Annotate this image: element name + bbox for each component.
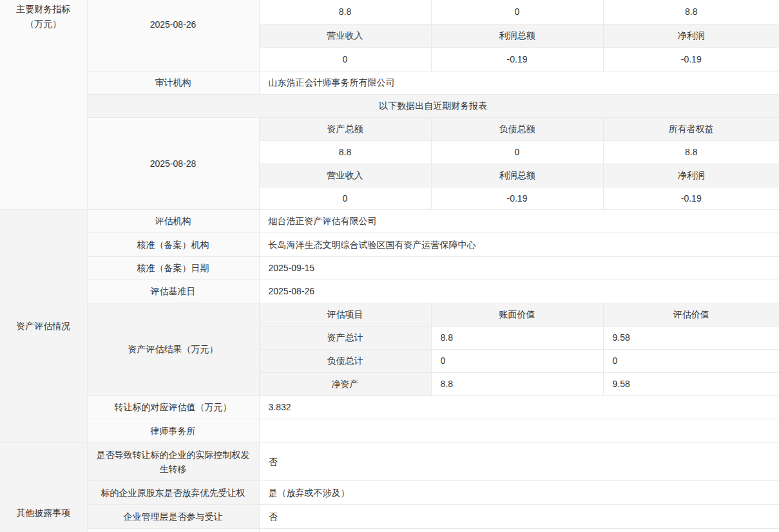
section-label-other-disclosure: 其他披露事项 — [0, 442, 87, 532]
row-label-transfer-appraised-value: 转让标的对应评估值（万元） — [87, 395, 259, 419]
value-total-profit-1: -0.19 — [431, 47, 603, 71]
item-total-assets: 资产总计 — [259, 326, 431, 349]
value-audit-agency: 山东浩正会计师事务所有限公司 — [259, 71, 779, 94]
value-equity-1: 8.8 — [603, 0, 779, 24]
appraised-value-net-assets: 9.58 — [603, 372, 779, 395]
value-assets-2: 8.8 — [259, 140, 431, 164]
value-total-profit-2: -0.19 — [431, 187, 603, 209]
value-approval-date: 2025-09-15 — [259, 256, 779, 280]
value-management-participate: 否 — [259, 504, 779, 528]
header-appraised-value: 评估价值 — [603, 303, 779, 326]
row-label-clipped — [87, 528, 259, 532]
row-label-waive-preemptive-right: 标的企业原股东是否放弃优先受让权 — [87, 480, 259, 504]
header-total-profit-1: 利润总额 — [431, 24, 603, 47]
header-equity-2: 所有者权益 — [603, 117, 779, 140]
value-revenue-1: 0 — [259, 47, 431, 71]
row-label-law-firm: 律师事务所 — [87, 419, 259, 442]
table-row: 核准（备案）机构 长岛海洋生态文明综合试验区国有资产运营保障中心 — [0, 233, 779, 256]
value-liabilities-1: 0 — [431, 0, 603, 24]
section-label-financial-line1: 主要财务指标 — [0, 2, 87, 17]
table-row: 转让标的对应评估值（万元） 3.832 — [0, 395, 779, 419]
row-label-management-participate: 企业管理层是否参与受让 — [87, 504, 259, 528]
header-book-value: 账面价值 — [431, 303, 603, 326]
section-label-valuation: 资产评估情况 — [0, 209, 87, 442]
row-label-control-transfer: 是否导致转让标的企业的实际控制权发生转移 — [87, 442, 259, 480]
value-net-profit-2: -0.19 — [603, 187, 779, 209]
value-assets-1: 8.8 — [259, 0, 431, 24]
table-row: 资产评估情况 评估机构 烟台浩正资产评估有限公司 — [0, 209, 779, 233]
table-row: 标的企业原股东是否放弃优先受让权 是（放弃或不涉及） — [0, 480, 779, 504]
header-revenue-2: 营业收入 — [259, 164, 431, 187]
table-row: 资产评估结果（万元） 评估项目 账面价值 评估价值 — [0, 303, 779, 326]
table-row: 核准（备案）日期 2025-09-15 — [0, 256, 779, 280]
value-waive-preemptive-right: 是（放弃或不涉及） — [259, 480, 779, 504]
table-row: 主要财务指标 （万元） 2025-08-26 8.8 0 8.8 — [0, 0, 779, 24]
value-approval-agency: 长岛海洋生态文明综合试验区国有资产运营保障中心 — [259, 233, 779, 256]
book-value-net-assets: 8.8 — [431, 372, 603, 395]
value-liabilities-2: 0 — [431, 140, 603, 164]
row-label-report-date-2: 2025-08-28 — [87, 117, 259, 209]
table-row: 律师事务所 — [0, 419, 779, 442]
appraised-value-total-assets: 9.58 — [603, 326, 779, 349]
table-row: 评估基准日 2025-08-26 — [0, 280, 779, 303]
value-revenue-2: 0 — [259, 187, 431, 209]
value-valuation-agency: 烟台浩正资产评估有限公司 — [259, 209, 779, 233]
item-net-assets: 净资产 — [259, 372, 431, 395]
header-assets-2: 资产总额 — [259, 117, 431, 140]
header-valuation-item: 评估项目 — [259, 303, 431, 326]
row-label-valuation-base-date: 评估基准日 — [87, 280, 259, 303]
value-transfer-appraised-value: 3.832 — [259, 395, 779, 419]
header-revenue-1: 营业收入 — [259, 24, 431, 47]
value-clipped — [259, 528, 779, 532]
row-label-approval-date: 核准（备案）日期 — [87, 256, 259, 280]
row-label-valuation-agency: 评估机构 — [87, 209, 259, 233]
value-law-firm — [259, 419, 779, 442]
book-value-total-liabilities: 0 — [431, 349, 603, 372]
table-row-clipped — [0, 528, 779, 532]
section-label-financial-line2: （万元） — [0, 17, 87, 32]
value-net-profit-1: -0.19 — [603, 47, 779, 71]
header-net-profit-2: 净利润 — [603, 164, 779, 187]
disclosure-page: 主要财务指标 （万元） 2025-08-26 8.8 0 8.8 营业收入 利润… — [0, 0, 779, 532]
header-liabilities-2: 负债总额 — [431, 117, 603, 140]
row-label-approval-agency: 核准（备案）机构 — [87, 233, 259, 256]
note-recent-financial-statement: 以下数据出自近期财务报表 — [87, 94, 779, 117]
value-equity-2: 8.8 — [603, 140, 779, 164]
header-total-profit-2: 利润总额 — [431, 164, 603, 187]
row-label-audit-agency: 审计机构 — [87, 71, 259, 94]
table-row: 企业管理层是否参与受让 否 — [0, 504, 779, 528]
table-row: 2025-08-28 资产总额 负债总额 所有者权益 — [0, 117, 779, 140]
item-total-liabilities: 负债总计 — [259, 349, 431, 372]
row-label-valuation-result: 资产评估结果（万元） — [87, 303, 259, 395]
value-control-transfer: 否 — [259, 442, 779, 480]
book-value-total-assets: 8.8 — [431, 326, 603, 349]
value-valuation-base-date: 2025-08-26 — [259, 280, 779, 303]
table-row: 其他披露事项 是否导致转让标的企业的实际控制权发生转移 否 — [0, 442, 779, 480]
row-label-report-date-1: 2025-08-26 — [87, 0, 259, 71]
appraised-value-total-liabilities: 0 — [603, 349, 779, 372]
section-label-financial: 主要财务指标 （万元） — [0, 0, 87, 209]
table-row: 审计机构 山东浩正会计师事务所有限公司 — [0, 71, 779, 94]
header-net-profit-1: 净利润 — [603, 24, 779, 47]
table-row: 以下数据出自近期财务报表 — [0, 94, 779, 117]
disclosure-table: 主要财务指标 （万元） 2025-08-26 8.8 0 8.8 营业收入 利润… — [0, 0, 779, 532]
